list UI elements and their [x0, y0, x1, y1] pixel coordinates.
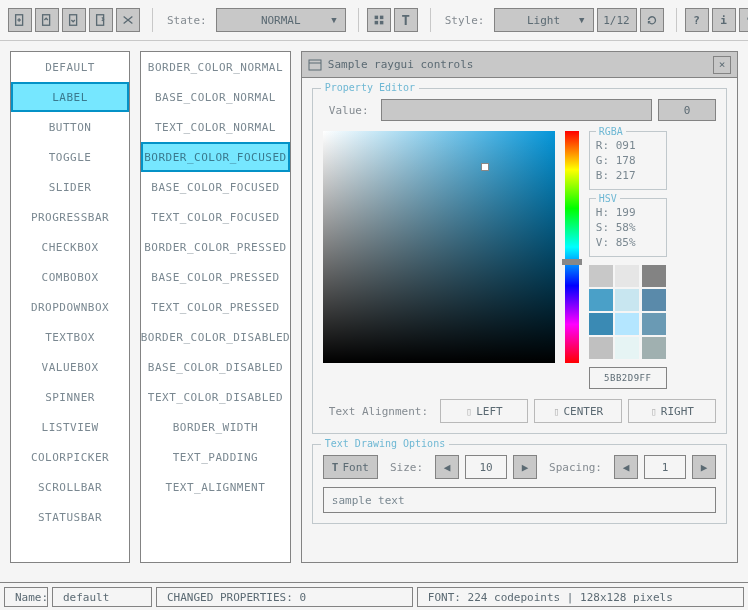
file-new-button[interactable] — [8, 8, 32, 32]
state-combo[interactable]: NORMAL — [216, 8, 346, 32]
list-item[interactable]: SLIDER — [11, 172, 129, 202]
swatch[interactable] — [589, 313, 613, 335]
list-item[interactable]: VALUEBOX — [11, 352, 129, 382]
list-item[interactable]: BORDER_COLOR_DISABLED — [141, 322, 290, 352]
list-item[interactable]: BORDER_WIDTH — [141, 412, 290, 442]
value-button[interactable]: 0 — [658, 99, 716, 121]
swatch[interactable] — [589, 289, 613, 311]
text-drawing-fieldset: Text Drawing Options TFont Size: ◀ 10 ▶ … — [312, 444, 727, 524]
swatch[interactable] — [615, 265, 639, 287]
style-index: 1/12 — [597, 8, 637, 32]
align-label: Text Alignment: — [323, 405, 434, 418]
color-palette — [589, 265, 667, 359]
list-item[interactable]: TEXT_ALIGNMENT — [141, 472, 290, 502]
align-center-button[interactable]: ▯ CENTER — [534, 399, 622, 423]
list-item[interactable]: BASE_COLOR_NORMAL — [141, 82, 290, 112]
svg-rect-6 — [374, 16, 378, 20]
swatch[interactable] — [589, 337, 613, 359]
export-button[interactable] — [89, 8, 113, 32]
list-item[interactable]: TEXT_COLOR_NORMAL — [141, 112, 290, 142]
spacing-inc[interactable]: ▶ — [692, 455, 716, 479]
size-inc[interactable]: ▶ — [513, 455, 537, 479]
svg-rect-8 — [374, 21, 378, 25]
svg-rect-7 — [380, 16, 384, 20]
swatch[interactable] — [615, 313, 639, 335]
list-item[interactable]: TEXT_COLOR_PRESSED — [141, 292, 290, 322]
file-save-button[interactable] — [62, 8, 86, 32]
list-item[interactable]: LABEL — [11, 82, 129, 112]
swatch[interactable] — [615, 337, 639, 359]
list-item[interactable]: SPINNER — [11, 382, 129, 412]
list-item[interactable]: CHECKBOX — [11, 232, 129, 262]
reload-button[interactable] — [640, 8, 664, 32]
style-combo[interactable]: Light — [494, 8, 594, 32]
value-label: Value: — [323, 104, 375, 117]
status-bar: Name: default CHANGED PROPERTIES: 0 FONT… — [0, 582, 748, 610]
changed-status: CHANGED PROPERTIES: 0 — [156, 587, 413, 607]
file-open-button[interactable] — [35, 8, 59, 32]
panel-title: Sample raygui controls — [328, 58, 474, 71]
list-item[interactable]: BUTTON — [11, 112, 129, 142]
swatch[interactable] — [642, 337, 666, 359]
svg-rect-4 — [70, 15, 77, 26]
toolbar: State: NORMAL T Style: Light 1/12 ? i ♥ — [0, 0, 748, 41]
text-button[interactable]: T — [394, 8, 418, 32]
list-item[interactable]: TOGGLE — [11, 142, 129, 172]
align-left-button[interactable]: ▯ LEFT — [440, 399, 528, 423]
list-item[interactable]: LISTVIEW — [11, 412, 129, 442]
align-right-button[interactable]: ▯ RIGHT — [628, 399, 716, 423]
swatch[interactable] — [642, 265, 666, 287]
list-item[interactable]: DROPDOWNBOX — [11, 292, 129, 322]
style-label: Style: — [439, 14, 491, 27]
controls-list[interactable]: DEFAULTLABELBUTTONTOGGLESLIDERPROGRESSBA… — [10, 51, 130, 563]
list-item[interactable]: PROGRESSBAR — [11, 202, 129, 232]
sample-panel: Sample raygui controls × Property Editor… — [301, 51, 738, 563]
hue-marker[interactable] — [562, 259, 582, 265]
sponsor-button[interactable]: ♥ — [739, 8, 749, 32]
info-button[interactable]: i — [712, 8, 736, 32]
list-item[interactable]: TEXT_PADDING — [141, 442, 290, 472]
color-cursor[interactable] — [481, 163, 489, 171]
sample-text-input[interactable]: sample text — [323, 487, 716, 513]
color-gradient[interactable] — [323, 131, 555, 363]
svg-rect-10 — [309, 60, 321, 70]
swatch[interactable] — [589, 265, 613, 287]
list-item[interactable]: BORDER_COLOR_PRESSED — [141, 232, 290, 262]
rgba-fieldset: RGBA R: 091G: 178B: 217 — [589, 131, 667, 190]
value-input[interactable] — [381, 99, 652, 121]
list-item[interactable]: TEXT_COLOR_DISABLED — [141, 382, 290, 412]
help-button[interactable]: ? — [685, 8, 709, 32]
property-editor-fieldset: Property Editor Value: 0 RGBA R: 091G: 1… — [312, 88, 727, 434]
list-item[interactable]: COLORPICKER — [11, 442, 129, 472]
random-button[interactable] — [116, 8, 140, 32]
list-item[interactable]: BORDER_COLOR_NORMAL — [141, 52, 290, 82]
properties-list[interactable]: BORDER_COLOR_NORMALBASE_COLOR_NORMALTEXT… — [140, 51, 291, 563]
list-item[interactable]: DEFAULT — [11, 52, 129, 82]
list-item[interactable]: STATUSBAR — [11, 502, 129, 532]
spacing-dec[interactable]: ◀ — [614, 455, 638, 479]
hex-value[interactable]: 5BB2D9FF — [589, 367, 667, 389]
list-item[interactable]: BORDER_COLOR_FOCUSED — [141, 142, 290, 172]
swatch[interactable] — [615, 289, 639, 311]
grid-button[interactable] — [367, 8, 391, 32]
close-button[interactable]: × — [713, 56, 731, 74]
font-button[interactable]: TFont — [323, 455, 378, 479]
name-value: default — [52, 587, 152, 607]
font-status: FONT: 224 codepoints | 128x128 pixels — [417, 587, 744, 607]
spacing-value[interactable]: 1 — [644, 455, 686, 479]
list-item[interactable]: BASE_COLOR_PRESSED — [141, 262, 290, 292]
list-item[interactable]: COMBOBOX — [11, 262, 129, 292]
list-item[interactable]: TEXTBOX — [11, 322, 129, 352]
svg-rect-9 — [380, 21, 384, 25]
list-item[interactable]: SCROLLBAR — [11, 472, 129, 502]
panel-header: Sample raygui controls × — [302, 52, 737, 78]
hue-slider[interactable] — [565, 131, 579, 363]
swatch[interactable] — [642, 289, 666, 311]
swatch[interactable] — [642, 313, 666, 335]
list-item[interactable]: BASE_COLOR_FOCUSED — [141, 172, 290, 202]
list-item[interactable]: TEXT_COLOR_FOCUSED — [141, 202, 290, 232]
hsv-fieldset: HSV H: 199S: 58%V: 85% — [589, 198, 667, 257]
size-dec[interactable]: ◀ — [435, 455, 459, 479]
list-item[interactable]: BASE_COLOR_DISABLED — [141, 352, 290, 382]
size-value[interactable]: 10 — [465, 455, 507, 479]
